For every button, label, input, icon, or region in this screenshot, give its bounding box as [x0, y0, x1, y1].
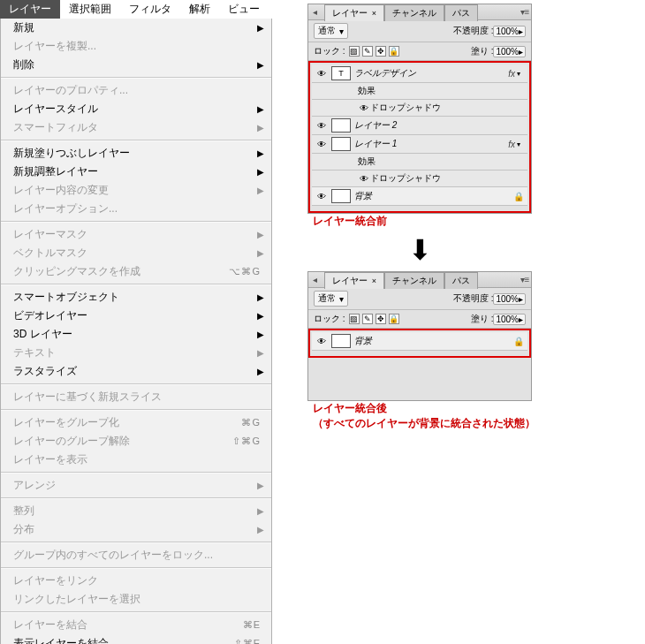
menu-item[interactable]: 新規調整レイヤー▶ — [1, 163, 271, 181]
menubar-item-layer[interactable]: レイヤー — [0, 0, 60, 19]
lock-transparency-icon[interactable]: ▧ — [349, 46, 360, 57]
menu-item[interactable]: 削除▶ — [1, 56, 271, 74]
layers-panel-before: ◂ レイヤー × チャンネル パス ▾≡ 通常▾ 不透明度 : 100% ▸ ロ… — [307, 4, 532, 214]
lock-pixels-icon[interactable]: ✎ — [362, 314, 373, 324]
submenu-arrow-icon: ▶ — [257, 148, 264, 158]
blend-mode-select[interactable]: 通常▾ — [314, 23, 348, 39]
layer-menu: 新規▶レイヤーを複製...削除▶レイヤーのプロパティ...レイヤースタイル▶スマ… — [0, 19, 272, 644]
submenu-arrow-icon: ▶ — [257, 330, 264, 339]
chevron-down-icon[interactable]: ▾ — [517, 70, 520, 78]
visibility-icon[interactable]: 👁 — [315, 121, 328, 131]
menu-item: ベクトルマスク▶ — [1, 244, 271, 262]
layer-effect-row[interactable]: 効果 — [312, 83, 527, 100]
menu-item: レイヤーオプション... — [1, 200, 271, 218]
lock-icon: 🔒 — [513, 337, 524, 346]
shortcut: ⇧⌘G — [232, 436, 261, 447]
minimize-icon[interactable]: ◂ — [308, 275, 321, 284]
fill-value[interactable]: 100% ▸ — [493, 46, 526, 57]
menu-item[interactable]: 3D レイヤー▶ — [1, 325, 271, 344]
minimize-icon[interactable]: ◂ — [308, 7, 321, 17]
menu-item[interactable]: レイヤースタイル▶ — [1, 100, 271, 118]
menu-item[interactable]: ラスタライズ▶ — [1, 362, 271, 381]
submenu-arrow-icon: ▶ — [257, 60, 264, 70]
lock-transparency-icon[interactable]: ▧ — [349, 314, 360, 324]
shortcut: ⌘E — [243, 619, 261, 631]
fill-value[interactable]: 100% ▸ — [493, 314, 526, 325]
menu-item-label: 新規調整レイヤー — [13, 164, 252, 179]
tab-paths[interactable]: パス — [444, 272, 478, 289]
layer-effect-row[interactable]: 効果 — [312, 154, 527, 170]
opacity-value[interactable]: 100% ▸ — [493, 293, 526, 305]
visibility-icon[interactable]: 👁 — [315, 192, 328, 201]
close-icon[interactable]: × — [372, 277, 376, 285]
submenu-arrow-icon: ▶ — [257, 525, 264, 534]
menubar-item-analysis[interactable]: 解析 — [180, 0, 219, 19]
visibility-icon[interactable]: 👁 — [358, 174, 370, 184]
layer-effect-row[interactable]: 👁ドロップシャドウ — [312, 100, 527, 117]
menu-item-label: ラスタライズ — [13, 364, 252, 379]
menu-item: クリッピングマスクを作成⌥⌘G — [1, 262, 271, 281]
lock-pixels-icon[interactable]: ✎ — [362, 46, 373, 57]
menu-item: レイヤー内容の変更▶ — [1, 181, 271, 200]
effect-label: 効果 — [358, 85, 376, 97]
layer-row[interactable]: 👁背景🔒 — [312, 332, 527, 351]
submenu-arrow-icon: ▶ — [257, 506, 264, 516]
fx-icon[interactable]: fx — [508, 140, 515, 149]
layer-name[interactable]: レイヤー 2 — [354, 119, 524, 132]
layer-row[interactable]: 👁レイヤー 1fx▾ — [312, 135, 527, 154]
layer-row[interactable]: 👁Tラベルデザインfx▾ — [312, 64, 527, 83]
visibility-icon[interactable]: 👁 — [315, 69, 328, 79]
submenu-arrow-icon: ▶ — [257, 292, 264, 302]
menu-item-label: テキスト — [13, 345, 252, 360]
layer-row[interactable]: 👁レイヤー 2 — [312, 117, 527, 135]
tab-layers[interactable]: レイヤー × — [324, 272, 384, 289]
menu-item-label: レイヤーに基づく新規スライス — [13, 390, 264, 405]
layer-name[interactable]: レイヤー 1 — [354, 138, 508, 150]
menubar: レイヤー 選択範囲 フィルタ 解析 ビュー — [0, 0, 272, 19]
tab-channels[interactable]: チャンネル — [384, 272, 444, 289]
lock-all-icon[interactable]: 🔒 — [389, 46, 399, 57]
menu-item-label: 表示レイヤーを結合 — [13, 636, 234, 644]
visibility-icon[interactable]: 👁 — [358, 103, 370, 113]
submenu-arrow-icon: ▶ — [257, 104, 264, 114]
menubar-item-view[interactable]: ビュー — [219, 0, 269, 19]
blend-mode-select[interactable]: 通常▾ — [314, 291, 348, 307]
lock-all-icon[interactable]: 🔒 — [389, 314, 399, 324]
tab-layers[interactable]: レイヤー × — [324, 4, 384, 21]
visibility-icon[interactable]: 👁 — [315, 337, 328, 346]
menu-item-label: ベクトルマスク — [13, 246, 252, 261]
submenu-arrow-icon: ▶ — [257, 167, 264, 177]
fx-icon[interactable]: fx — [508, 69, 515, 79]
menu-item[interactable]: 新規塗りつぶしレイヤー▶ — [1, 144, 271, 163]
chevron-down-icon[interactable]: ▾ — [517, 140, 520, 148]
panel-menu-icon[interactable]: ▾≡ — [519, 7, 531, 17]
opacity-label: 不透明度 : — [453, 292, 494, 305]
submenu-arrow-icon: ▶ — [257, 311, 264, 321]
menu-item[interactable]: 新規▶ — [1, 19, 271, 37]
effect-label: ドロップシャドウ — [370, 172, 441, 185]
layer-name[interactable]: 背景 — [354, 190, 513, 202]
opacity-value[interactable]: 100% ▸ — [493, 26, 526, 37]
menubar-item-filter[interactable]: フィルタ — [120, 0, 180, 19]
layer-row[interactable]: 👁背景🔒 — [312, 187, 527, 206]
menubar-item-select[interactable]: 選択範囲 — [60, 0, 120, 19]
menu-item[interactable]: ビデオレイヤー▶ — [1, 307, 271, 325]
tab-channels[interactable]: チャンネル — [384, 4, 444, 21]
caption-after: レイヤー統合後 （すべてのレイヤーが背景に統合された状態） — [313, 401, 535, 431]
panel-menu-icon[interactable]: ▾≡ — [519, 275, 531, 284]
opacity-label: 不透明度 : — [453, 25, 494, 37]
layer-name[interactable]: ラベルデザイン — [354, 67, 508, 80]
menu-item[interactable]: 表示レイヤーを結合⇧⌘E — [1, 634, 271, 644]
lock-position-icon[interactable]: ✥ — [376, 314, 386, 324]
layer-name[interactable]: 背景 — [354, 335, 513, 347]
menu-item: レイヤーをリンク — [1, 572, 271, 590]
menu-item: レイヤーをグループ化⌘G — [1, 413, 271, 432]
close-icon[interactable]: × — [372, 9, 376, 18]
menu-item[interactable]: スマートオブジェクト▶ — [1, 288, 271, 307]
layer-list-before: 👁Tラベルデザインfx▾効果👁ドロップシャドウ👁レイヤー 2👁レイヤー 1fx▾… — [308, 61, 531, 213]
tab-paths[interactable]: パス — [444, 4, 478, 21]
lock-position-icon[interactable]: ✥ — [376, 46, 386, 57]
visibility-icon[interactable]: 👁 — [315, 140, 328, 149]
layer-effect-row[interactable]: 👁ドロップシャドウ — [312, 170, 527, 187]
menu-item-label: レイヤーを表示 — [13, 452, 264, 467]
